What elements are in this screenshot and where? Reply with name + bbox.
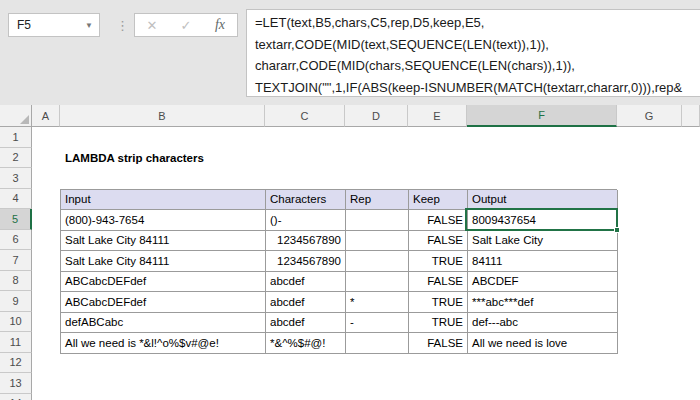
cell-f6[interactable]: Salt Lake City (468, 231, 618, 252)
formula-line: =LET(text,B5,chars,C5,rep,D5,keep,E5, (255, 12, 700, 34)
cell-b10[interactable]: defABCabc (61, 313, 266, 334)
cell-f9[interactable]: ***abc***def (468, 292, 618, 313)
cell-c6[interactable]: 1234567890 (266, 231, 346, 252)
table-row: Salt Lake City 84111 1234567890 FALSE Sa… (61, 231, 617, 252)
row-header-12[interactable]: 12 (0, 353, 32, 374)
cell-f7[interactable]: 84111 (468, 251, 618, 272)
cell-c11[interactable]: *&^%$#@! (266, 333, 346, 354)
cell-f10[interactable]: def---abc (468, 313, 618, 334)
row-header-1[interactable]: 1 (0, 127, 32, 148)
column-header-a[interactable]: A (32, 105, 60, 127)
row-header-5[interactable]: 5 (0, 209, 32, 230)
table-row: (800)-943-7654 ()- FALSE 8009437654 (61, 210, 617, 231)
cell-f11[interactable]: All we need is love (468, 333, 618, 354)
name-box[interactable]: F5 ▼ (8, 13, 100, 37)
cell-d7[interactable] (346, 251, 409, 272)
row-header-9[interactable]: 9 (0, 291, 32, 312)
header-cell-keep[interactable]: Keep (409, 190, 468, 211)
cell-b6[interactable]: Salt Lake City 84111 (61, 231, 266, 252)
row-header-7[interactable]: 7 (0, 250, 32, 271)
table-row: ABCabcDEFdef abcdef FALSE ABCDEF (61, 272, 617, 293)
cell-b9[interactable]: ABCabcDEFdef (61, 292, 266, 313)
formula-input[interactable]: =LET(text,B5,chars,C5,rep,D5,keep,E5, te… (246, 9, 700, 97)
cell-d11[interactable] (346, 333, 409, 354)
name-box-cell-ref[interactable]: F5 (9, 18, 79, 32)
row-header-8[interactable]: 8 (0, 271, 32, 292)
cell-c9[interactable]: abcdef (266, 292, 346, 313)
formula-line: TEXTJOIN("",1,IF(ABS(keep-ISNUMBER(MATCH… (255, 77, 700, 98)
column-header-e[interactable]: E (408, 105, 467, 127)
row-header-14[interactable]: 14 (0, 394, 32, 400)
formula-line: textarr,CODE(MID(text,SEQUENCE(LEN(text)… (255, 34, 700, 56)
insert-function-icon[interactable]: fx (205, 17, 235, 33)
cell-e11[interactable]: FALSE (409, 333, 468, 354)
header-cell-input[interactable]: Input (61, 190, 266, 211)
select-all-button[interactable] (0, 105, 32, 127)
row-header-2[interactable]: 2 (0, 148, 32, 169)
column-header-d[interactable]: D (345, 105, 408, 127)
enter-icon[interactable]: ✓ (171, 18, 201, 33)
cell-c10[interactable]: abcdef (266, 313, 346, 334)
cell-d9[interactable]: * (346, 292, 409, 313)
column-header-partial[interactable] (682, 105, 700, 127)
cell-e7[interactable]: TRUE (409, 251, 468, 272)
column-header-f[interactable]: F (467, 105, 617, 127)
cell-c7[interactable]: 1234567890 (266, 251, 346, 272)
cell-e8[interactable]: FALSE (409, 272, 468, 293)
cell-e9[interactable]: TRUE (409, 292, 468, 313)
cell-d5[interactable] (346, 210, 409, 231)
cell-d8[interactable] (346, 272, 409, 293)
cancel-icon[interactable]: ✕ (137, 18, 167, 33)
worksheet-grid: A B C D E F G 1 2 3 4 5 6 7 8 9 10 11 12… (0, 105, 700, 400)
row-header-6[interactable]: 6 (0, 230, 32, 251)
name-box-dropdown-icon[interactable]: ▼ (79, 21, 99, 30)
cell-d10[interactable]: - (346, 313, 409, 334)
excel-window: F5 ▼ ⋮ ✕ ✓ fx =LET(text,B5,chars,C5,rep,… (0, 0, 700, 400)
formula-bar-separator-icon: ⋮ (116, 13, 129, 37)
cell-c5[interactable]: ()- (266, 210, 346, 231)
header-cell-output[interactable]: Output (468, 190, 618, 211)
column-header-g[interactable]: G (617, 105, 682, 127)
row-header-10[interactable]: 10 (0, 312, 32, 333)
data-table: Input Characters Rep Keep Output (800)-9… (60, 189, 617, 354)
cell-f5-selected[interactable]: 8009437654 (468, 210, 618, 231)
cell-c8[interactable]: abcdef (266, 272, 346, 293)
column-header-c[interactable]: C (265, 105, 345, 127)
cell-b7[interactable]: Salt Lake City 84111 (61, 251, 266, 272)
cell-e10[interactable]: TRUE (409, 313, 468, 334)
cell-f8[interactable]: ABCDEF (468, 272, 618, 293)
header-cell-characters[interactable]: Characters (266, 190, 346, 211)
header-cell-rep[interactable]: Rep (346, 190, 409, 211)
cell-e5[interactable]: FALSE (409, 210, 468, 231)
cell-b8[interactable]: ABCabcDEFdef (61, 272, 266, 293)
table-header-row: Input Characters Rep Keep Output (61, 190, 617, 211)
formula-line: chararr,CODE(MID(chars,SEQUENCE(LEN(char… (255, 55, 700, 77)
cell-b11[interactable]: All we need is *&l!^o%$v#@e! (61, 333, 266, 354)
row-header-3[interactable]: 3 (0, 168, 32, 189)
cell-b5[interactable]: (800)-943-7654 (61, 210, 266, 231)
row-header-11[interactable]: 11 (0, 332, 32, 353)
formula-bar-buttons: ✕ ✓ fx (134, 13, 238, 37)
table-row: ABCabcDEFdef abcdef * TRUE ***abc***def (61, 292, 617, 313)
table-row: All we need is *&l!^o%$v#@e! *&^%$#@! FA… (61, 333, 617, 354)
sheet-title: LAMBDA strip characters (65, 148, 204, 169)
formula-bar-area: F5 ▼ ⋮ ✕ ✓ fx =LET(text,B5,chars,C5,rep,… (0, 0, 700, 105)
table-row: Salt Lake City 84111 1234567890 TRUE 841… (61, 251, 617, 272)
cell-d6[interactable] (346, 231, 409, 252)
row-header-4[interactable]: 4 (0, 189, 32, 210)
table-row: defABCabc abcdef - TRUE def---abc (61, 313, 617, 334)
select-all-triangle-icon (20, 115, 29, 124)
cell-e6[interactable]: FALSE (409, 231, 468, 252)
column-header-b[interactable]: B (60, 105, 265, 127)
fill-handle[interactable] (614, 227, 620, 233)
row-header-13[interactable]: 13 (0, 373, 32, 394)
